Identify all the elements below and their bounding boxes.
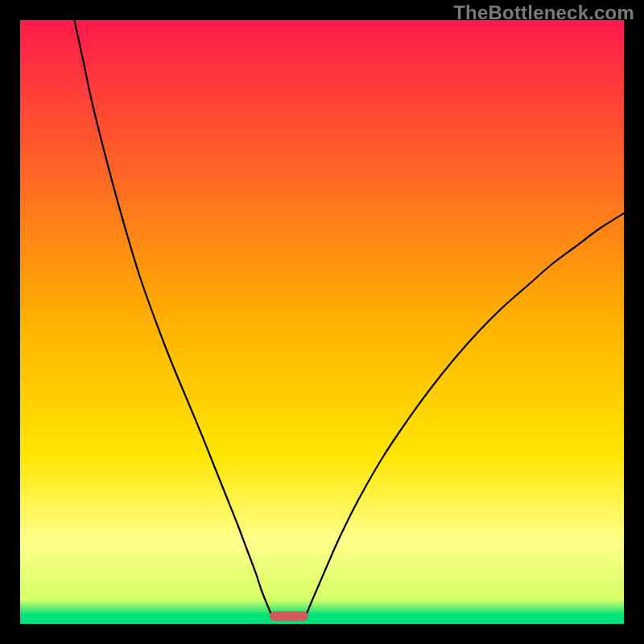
optimal-range-marker: [270, 611, 308, 621]
bottleneck-chart: [20, 20, 624, 624]
plot-area: [20, 20, 624, 624]
gradient-background: [20, 20, 624, 624]
marker-group: [270, 611, 308, 621]
chart-frame: TheBottleneck.com: [0, 0, 644, 644]
